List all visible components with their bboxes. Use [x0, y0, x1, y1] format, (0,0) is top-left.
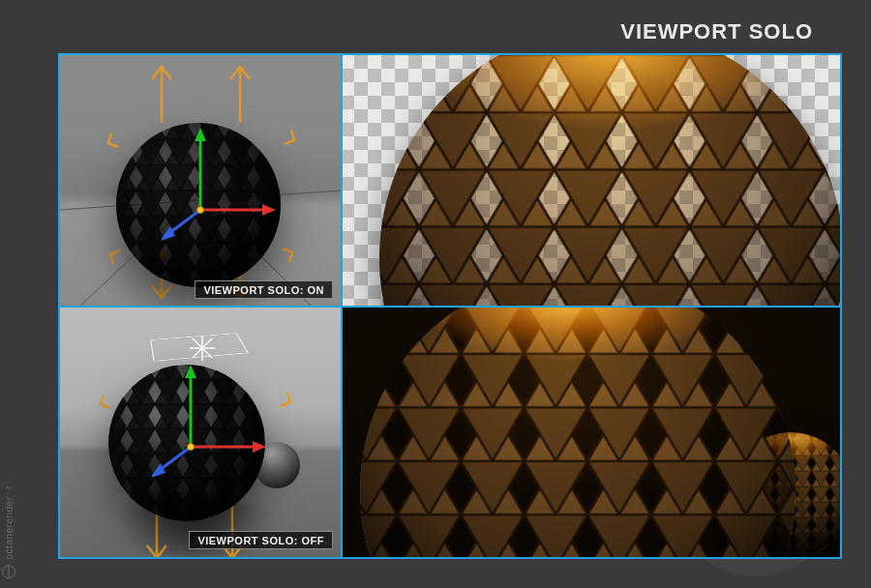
brand-mark: ™	[6, 484, 13, 491]
brand-name: octanerender	[4, 496, 15, 559]
panel-title: VIEWPORT SOLO	[620, 19, 813, 44]
brand-logo-icon	[2, 565, 15, 578]
viewport-editor-solo-on: VIEWPORT SOLO: ON	[60, 55, 341, 307]
grid-divider-vertical	[341, 55, 343, 557]
object-sphere-primary	[108, 365, 265, 521]
render-preview-solo-off	[341, 307, 840, 558]
render-sphere-primary	[379, 55, 840, 307]
grid-divider-horizontal	[60, 306, 840, 308]
brand-label: octanerender ™	[2, 484, 15, 578]
caption-solo-off: VIEWPORT SOLO: OFF	[189, 531, 333, 549]
viewport-editor-solo-off: VIEWPORT SOLO: OFF	[60, 307, 341, 558]
render-sphere-primary	[360, 307, 796, 558]
object-sphere-primary	[116, 123, 281, 287]
caption-solo-on: VIEWPORT SOLO: ON	[195, 280, 333, 299]
render-preview-solo-on	[341, 55, 840, 307]
comparison-grid: VIEWPORT SOLO: ON	[58, 53, 842, 559]
light-star-icon	[188, 334, 217, 363]
